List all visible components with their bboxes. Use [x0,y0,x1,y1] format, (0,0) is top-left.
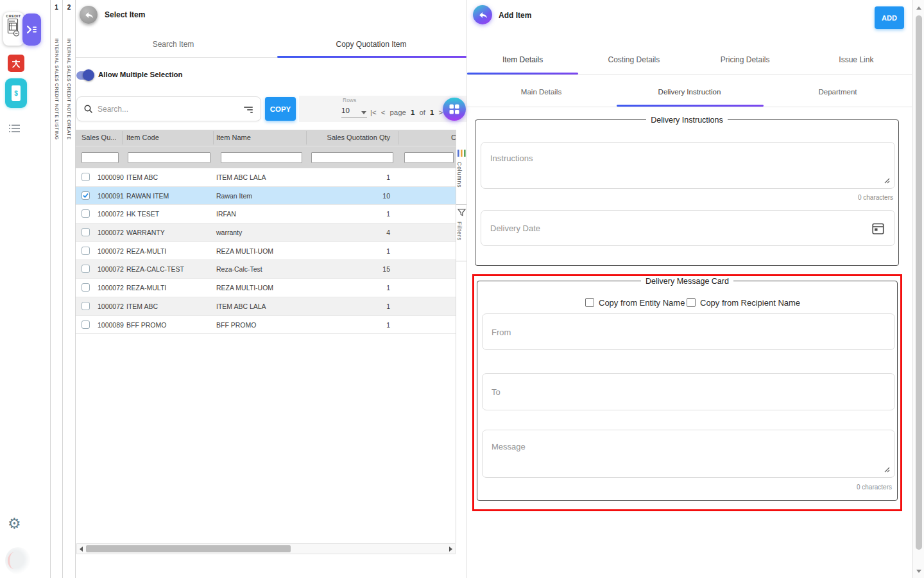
row-checkbox[interactable] [81,283,90,292]
subtab-main-details[interactable]: Main Details [467,88,615,96]
search-icon [84,105,93,114]
first-page-button[interactable]: |< [370,109,377,116]
filters-label: Filters [456,222,463,241]
table-row[interactable]: 1000072 HK TESET IRFAN 1 [76,205,456,223]
message-textarea[interactable]: Message [482,430,895,478]
instructions-placeholder: Instructions [490,153,533,163]
tab-costing-details[interactable]: Costing Details [578,55,689,64]
menu-open-icon[interactable] [22,13,41,46]
scroll-up-arrow[interactable] [916,6,921,10]
toggle-knob[interactable] [83,69,94,81]
search-box[interactable] [76,96,261,121]
row-checkbox[interactable] [81,247,90,255]
filter-input-sales-quotation[interactable] [81,152,119,163]
cell-qty: 1 [307,247,390,255]
list-icon[interactable] [9,124,21,133]
cell-qty: 1 [307,284,390,292]
cell-qty: 1 [307,173,390,181]
subtab-delivery-instruction[interactable]: Delivery Instruction [615,88,764,96]
row-checkbox[interactable] [81,302,90,310]
row-checkbox-checked[interactable] [81,191,90,200]
chinese-character-app-icon[interactable] [8,55,24,72]
copy-from-entity-name-checkbox[interactable] [585,298,594,307]
calendar-icon[interactable] [872,222,884,235]
copy-from-entity-name-label: Copy from Entity Name [599,298,685,308]
workspace-tab-listing[interactable]: 1 INTERNAL SALES CREDIT NOTE LISTING [50,0,63,578]
table-row[interactable]: 1000072 REZA-MULTI REZA MULTI-UOM 1 [76,242,456,261]
grid-icon [449,104,459,114]
tab-issue-link[interactable]: Issue Link [801,55,912,64]
horizontal-scrollbar[interactable] [76,543,456,554]
cell-item-code: REZA-MULTI [126,247,166,255]
table-row[interactable]: 1000072 REZA-MULTI REZA MULTI-UOM 1 [76,279,456,297]
chevron-menu-glyph [26,24,37,35]
credit-note-app-icon[interactable]: CREDIT [3,12,24,46]
back-button-add-item[interactable] [473,5,492,24]
cell-item-code: HK TESET [126,210,159,218]
column-header-sales-quotation-qty[interactable]: Sales Quotation Qty [307,134,390,141]
column-header-item-code[interactable]: Item Code [126,134,159,141]
table-row-selected[interactable]: 1000091 RAWAN ITEM Rawan Item 10 [76,187,456,206]
check-icon [82,192,89,199]
scroll-right-arrow[interactable] [449,547,452,552]
row-checkbox[interactable] [81,265,90,273]
chevron-down-icon [361,111,366,114]
resize-handle-icon[interactable] [884,177,890,184]
instructions-textarea[interactable]: Instructions [481,142,895,189]
table-row[interactable]: 1000090 ITEM ABC ITEM ABC LALA 1 [76,168,456,187]
subtab-department[interactable]: Department [764,88,912,96]
tab-copy-quotation-item[interactable]: Copy Quotation Item [276,40,466,49]
tab-pricing-details[interactable]: Pricing Details [690,55,801,64]
cell-qty: 10 [307,192,390,200]
search-input[interactable] [98,98,239,120]
columns-panel-tab[interactable]: Columns [456,146,466,205]
horizontal-scrollbar-thumb[interactable] [86,545,291,552]
filter-input-item-name[interactable] [221,152,302,163]
table-filter-row [76,146,456,168]
page-title-add-item: Add Item [499,11,531,20]
copy-button[interactable]: COPY [265,97,296,121]
row-checkbox[interactable] [81,209,90,218]
filter-input-item-code[interactable] [128,152,210,163]
workspace-tab-create[interactable]: 2 INTERNAL SALES CREDIT NOTE CREATE [63,0,76,578]
from-field[interactable]: From [482,313,895,350]
row-checkbox[interactable] [81,173,90,181]
vertical-scrollbar-thumb[interactable] [916,15,922,550]
filter-sort-icon[interactable] [244,107,253,108]
rows-per-page-select[interactable]: 10 [341,107,367,118]
grid-view-button[interactable] [443,98,466,121]
column-header-clipped[interactable]: C [451,134,456,141]
resize-handle-icon[interactable] [884,466,890,473]
cell-item-code: REZA-MULTI [126,284,166,292]
back-button[interactable] [80,6,98,24]
filters-panel-tab[interactable]: Filters [456,205,466,261]
copy-from-recipient-name-checkbox[interactable] [687,298,696,307]
tab-item-details[interactable]: Item Details [467,55,578,64]
table-row[interactable]: 1000072 ITEM ABC ITEM ABC LALA 1 [76,297,456,316]
column-header-sales-quotation[interactable]: Sales Qu... [81,134,116,141]
column-header-item-name[interactable]: Item Name [216,134,251,141]
prev-page-button[interactable]: < [381,109,386,116]
vertical-scrollbar[interactable] [912,0,924,578]
tab-search-item[interactable]: Search Item [76,40,271,49]
filter-sort-bar [250,112,253,113]
workspace-tab-number: 2 [63,4,75,11]
table-row[interactable]: 1000089 BFF PROMO BFF PROMO 1 [76,316,456,335]
table-row[interactable]: 1000072 WARRANTY warranty 4 [76,223,456,242]
to-field[interactable]: To [482,373,895,410]
cell-qty: 1 [307,210,390,218]
filter-input-qty[interactable] [311,152,393,163]
row-checkbox[interactable] [81,228,90,236]
add-button[interactable]: ADD [875,6,904,29]
settings-gear-icon[interactable]: ⚙ [8,516,21,531]
cell-item-code: ITEM ABC [126,173,158,181]
delivery-date-field[interactable]: Delivery Date [481,210,895,246]
table-row[interactable]: 1000072 REZA-CALC-TEST Reza-Calc-Test 15 [76,260,456,279]
row-checkbox[interactable] [81,320,90,329]
billing-app-icon[interactable]: $ [5,78,27,108]
scroll-down-arrow[interactable] [916,570,921,573]
company-logo [5,547,31,574]
scroll-left-arrow[interactable] [80,547,83,552]
filter-input-clipped[interactable] [404,152,454,163]
page-title: Select Item [105,10,145,19]
